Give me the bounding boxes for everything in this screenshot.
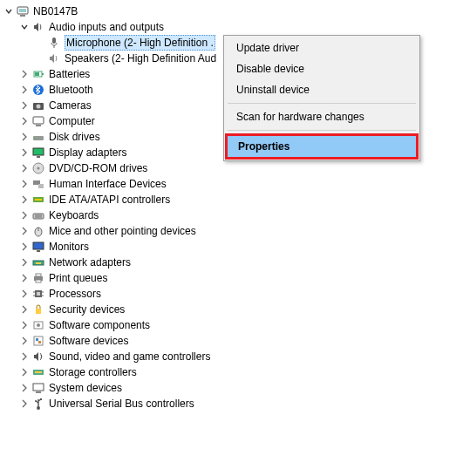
chevron-right-icon[interactable] xyxy=(19,398,30,409)
computer-icon xyxy=(31,114,45,128)
category-software-components[interactable]: Software components xyxy=(2,317,470,333)
chevron-right-icon[interactable] xyxy=(19,383,30,393)
security-icon xyxy=(31,303,45,316)
menu-separator xyxy=(228,130,416,131)
annotation-highlight: Properties xyxy=(225,133,419,160)
svg-rect-28 xyxy=(33,242,44,249)
device-label: Speakers (2- High Definition Aud xyxy=(65,51,216,66)
chevron-right-icon[interactable] xyxy=(19,226,30,236)
chevron-right-icon[interactable] xyxy=(19,304,30,315)
battery-icon xyxy=(31,67,45,81)
category-label: Monitors xyxy=(49,239,89,255)
category-label: Software devices xyxy=(49,333,128,349)
chevron-right-icon[interactable] xyxy=(19,320,30,330)
svg-rect-45 xyxy=(36,338,38,341)
svg-rect-41 xyxy=(36,309,41,314)
category-label: DVD/CD-ROM drives xyxy=(49,160,147,176)
chevron-right-icon[interactable] xyxy=(19,289,30,299)
svg-rect-20 xyxy=(38,184,44,188)
chevron-right-icon[interactable] xyxy=(19,336,30,346)
svg-rect-29 xyxy=(37,250,40,252)
category-sound[interactable]: Sound, video and game controllers xyxy=(2,349,470,364)
chevron-right-icon[interactable] xyxy=(19,69,30,79)
category-label: Cameras xyxy=(49,98,92,113)
category-hid[interactable]: Human Interface Devices xyxy=(2,176,470,192)
category-print-queues[interactable]: Print queues xyxy=(2,270,470,286)
chevron-right-icon[interactable] xyxy=(19,179,30,189)
chevron-right-icon[interactable] xyxy=(19,147,30,158)
chevron-right-icon[interactable] xyxy=(19,257,30,268)
svg-point-14 xyxy=(35,138,37,139)
category-monitors[interactable]: Monitors xyxy=(2,239,470,255)
menu-properties[interactable]: Properties xyxy=(228,136,416,157)
chevron-right-icon[interactable] xyxy=(19,351,30,362)
disk-icon xyxy=(31,130,45,144)
storage-icon xyxy=(31,365,45,379)
category-label: Keyboards xyxy=(49,207,99,223)
svg-rect-22 xyxy=(35,199,42,201)
category-keyboards[interactable]: Keyboards xyxy=(2,207,470,223)
svg-rect-12 xyxy=(36,125,41,126)
category-security[interactable]: Security devices xyxy=(2,302,470,317)
chevron-down-icon[interactable] xyxy=(3,6,14,17)
tree-root[interactable]: NB0147B xyxy=(2,3,470,19)
category-system[interactable]: System devices xyxy=(2,380,470,396)
category-usb[interactable]: Universal Serial Bus controllers xyxy=(2,396,470,411)
category-label: Disk drives xyxy=(49,129,100,145)
chevron-right-icon[interactable] xyxy=(19,194,30,205)
mouse-icon xyxy=(31,224,45,238)
chevron-right-icon[interactable] xyxy=(19,367,30,377)
svg-point-10 xyxy=(37,105,41,109)
svg-rect-50 xyxy=(36,391,41,393)
category-label: Storage controllers xyxy=(49,364,137,380)
category-dvd[interactable]: DVD/CD-ROM drives xyxy=(2,160,470,176)
svg-rect-23 xyxy=(33,214,44,219)
camera-icon xyxy=(31,99,45,112)
svg-point-18 xyxy=(37,167,40,170)
monitor-icon xyxy=(31,240,45,254)
usb-icon xyxy=(31,397,45,411)
chevron-right-icon[interactable] xyxy=(19,116,30,126)
category-label: Display adapters xyxy=(49,145,126,160)
svg-point-53 xyxy=(35,400,37,402)
category-label: System devices xyxy=(49,380,122,396)
category-audio[interactable]: Audio inputs and outputs xyxy=(2,19,470,35)
svg-rect-2 xyxy=(20,15,25,17)
tree-root-label: NB0147B xyxy=(33,3,78,19)
menu-uninstall-device[interactable]: Uninstall device xyxy=(226,79,418,100)
svg-rect-33 xyxy=(36,274,41,276)
svg-rect-1 xyxy=(19,9,26,12)
chevron-down-icon[interactable] xyxy=(19,22,30,32)
category-network[interactable]: Network adapters xyxy=(2,255,470,270)
hid-icon xyxy=(31,177,45,191)
chevron-right-icon[interactable] xyxy=(19,163,30,173)
category-label: Software components xyxy=(49,317,150,333)
menu-scan-hardware[interactable]: Scan for hardware changes xyxy=(226,106,418,127)
category-processors[interactable]: Processors xyxy=(2,286,470,302)
svg-rect-13 xyxy=(33,136,44,140)
category-label: Audio inputs and outputs xyxy=(49,19,164,35)
chevron-right-icon[interactable] xyxy=(19,273,30,283)
software-icon xyxy=(31,334,45,348)
svg-rect-54 xyxy=(40,398,42,400)
chevron-right-icon[interactable] xyxy=(19,100,30,111)
svg-rect-11 xyxy=(33,117,44,124)
category-storage[interactable]: Storage controllers xyxy=(2,364,470,380)
menu-update-driver[interactable]: Update driver xyxy=(226,37,418,58)
menu-disable-device[interactable]: Disable device xyxy=(226,58,418,79)
category-ide[interactable]: IDE ATA/ATAPI controllers xyxy=(2,192,470,207)
cpu-icon xyxy=(31,287,45,301)
svg-rect-15 xyxy=(33,148,44,155)
category-software-devices[interactable]: Software devices xyxy=(2,333,470,349)
printer-icon xyxy=(31,271,45,285)
chevron-right-icon[interactable] xyxy=(19,85,30,95)
category-mice[interactable]: Mice and other pointing devices xyxy=(2,223,470,239)
svg-rect-34 xyxy=(36,280,41,282)
category-label: Print queues xyxy=(49,270,107,286)
category-label: Network adapters xyxy=(49,255,131,270)
chevron-right-icon[interactable] xyxy=(19,210,30,221)
ide-icon xyxy=(31,193,45,207)
chevron-right-icon[interactable] xyxy=(19,241,30,252)
chevron-right-icon[interactable] xyxy=(19,132,30,142)
device-label: Microphone (2- High Definition . xyxy=(65,35,215,51)
